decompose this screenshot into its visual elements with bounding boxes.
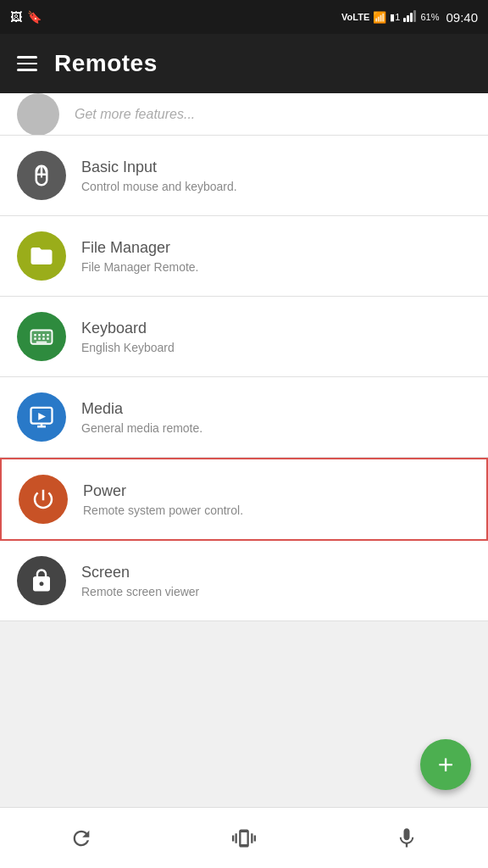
svg-rect-0	[403, 18, 406, 22]
vibrate-icon	[232, 826, 256, 850]
svg-rect-12	[36, 342, 47, 343]
file-manager-text: File Manager File Manager Remote.	[81, 239, 199, 274]
refresh-button[interactable]	[52, 808, 111, 868]
keyboard-text: Keyboard English Keyboard	[81, 320, 175, 354]
status-time: 09:40	[446, 10, 478, 25]
keyboard-subtitle: English Keyboard	[81, 341, 175, 354]
partial-list-item[interactable]: Get more features...	[0, 93, 488, 136]
hamburger-menu-button[interactable]	[17, 56, 37, 71]
svg-rect-10	[34, 337, 36, 340]
microphone-button[interactable]	[377, 808, 436, 868]
svg-marker-16	[38, 413, 46, 420]
file-manager-subtitle: File Manager Remote.	[81, 260, 199, 274]
svg-rect-8	[42, 334, 45, 337]
page-title: Remotes	[54, 50, 158, 77]
status-bar-left: 🖼 🔖	[10, 10, 42, 24]
content-area: Get more features... Basic Input Control…	[0, 93, 488, 807]
svg-rect-2	[410, 13, 413, 22]
media-text: Media General media remote.	[81, 400, 202, 435]
media-subtitle: General media remote.	[81, 421, 202, 435]
list-item-file-manager[interactable]: File Manager File Manager Remote.	[0, 216, 488, 297]
bookmark-icon: 🔖	[27, 10, 42, 24]
power-text: Power Remote system power control.	[83, 482, 243, 517]
list-item-power[interactable]: Power Remote system power control.	[0, 458, 488, 541]
bottom-navigation	[0, 807, 488, 868]
microphone-icon	[395, 826, 419, 850]
power-title: Power	[83, 482, 243, 500]
signal-icon	[403, 10, 417, 25]
basic-input-title: Basic Input	[81, 159, 237, 176]
svg-rect-3	[413, 10, 416, 22]
status-bar-right: VoLTE 📶 ▮1 61% 09:40	[341, 10, 478, 25]
list-item-basic-input[interactable]: Basic Input Control mouse and keyboard.	[0, 136, 488, 216]
status-bar: 🖼 🔖 VoLTE 📶 ▮1 61% 09:40	[0, 0, 488, 34]
list-item-screen[interactable]: Screen Remote screen viewer	[0, 541, 488, 621]
basic-input-icon	[17, 151, 66, 200]
list-item-keyboard[interactable]: Keyboard English Keyboard	[0, 297, 488, 377]
media-icon	[17, 392, 66, 442]
keyboard-icon	[17, 312, 66, 361]
file-manager-icon	[17, 231, 66, 281]
battery-icon: 61%	[420, 12, 439, 22]
keyboard-title: Keyboard	[81, 320, 175, 337]
partial-icon	[17, 93, 59, 136]
svg-rect-13	[42, 337, 45, 340]
screen-text: Screen Remote screen viewer	[81, 564, 199, 598]
svg-rect-7	[38, 334, 41, 337]
svg-rect-11	[38, 337, 41, 340]
svg-rect-14	[47, 337, 49, 340]
screen-title: Screen	[81, 564, 199, 581]
list-item-media[interactable]: Media General media remote.	[0, 377, 488, 458]
add-remote-button[interactable]: +	[420, 739, 471, 790]
svg-rect-6	[34, 334, 36, 337]
volte-icon: VoLTE	[341, 12, 369, 22]
svg-rect-9	[47, 334, 49, 337]
vibrate-button[interactable]	[214, 808, 274, 868]
partial-text: Get more features...	[75, 107, 195, 122]
media-title: Media	[81, 400, 202, 418]
basic-input-subtitle: Control mouse and keyboard.	[81, 180, 237, 193]
refresh-icon	[69, 826, 93, 850]
sim-icon: ▮1	[390, 12, 400, 23]
power-icon	[19, 475, 68, 524]
power-subtitle: Remote system power control.	[83, 504, 243, 517]
svg-rect-1	[407, 15, 409, 22]
app-bar: Remotes	[0, 34, 488, 93]
basic-input-text: Basic Input Control mouse and keyboard.	[81, 159, 237, 193]
file-manager-title: File Manager	[81, 239, 199, 257]
screen-subtitle: Remote screen viewer	[81, 585, 199, 598]
screen-icon	[17, 556, 66, 605]
add-icon: +	[438, 751, 454, 778]
notification-icon: 🖼	[10, 10, 22, 24]
wifi-icon: 📶	[373, 11, 386, 24]
